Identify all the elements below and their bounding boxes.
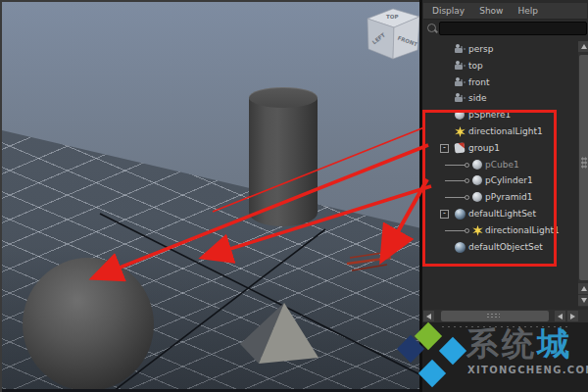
horizontal-scrollbar[interactable]: [423, 310, 588, 322]
watermark-name-gray: 系统: [466, 324, 537, 363]
scroll-left-button-2[interactable]: [555, 311, 565, 321]
camera-icon: [455, 44, 466, 55]
pyramid-layer: [2, 2, 421, 392]
vertical-scrollbar[interactable]: [578, 41, 588, 307]
left-arrow-icon: [558, 314, 563, 319]
up-arrow-icon: [581, 44, 587, 49]
scroll-up-button[interactable]: [578, 41, 588, 52]
scroll-left-button[interactable]: [423, 311, 434, 321]
right-arrow-icon: [570, 314, 575, 319]
menu-show[interactable]: Show: [479, 6, 503, 16]
tree-item[interactable]: side: [422, 90, 576, 107]
scroll-up-button-2[interactable]: [578, 283, 588, 294]
maya-window: TOP LEFT FRONT Display Show Help persp t…: [0, 0, 588, 392]
view-cube[interactable]: TOP LEFT FRONT: [363, 6, 425, 67]
tree-item[interactable]: top: [422, 58, 576, 74]
outliner-menubar: Display Show Help: [423, 3, 587, 20]
watermark-url: XITONGCHENG.COM: [467, 365, 588, 375]
viewport-3d[interactable]: TOP LEFT FRONT: [0, 0, 419, 392]
vertical-scroll-thumb[interactable]: [579, 55, 588, 280]
tree-item[interactable]: front: [422, 74, 576, 91]
search-icon: [427, 24, 436, 32]
watermark-name-blue: 城: [537, 324, 572, 363]
down-arrow-icon: [581, 298, 587, 303]
tree-item[interactable]: persp: [422, 41, 576, 58]
outliner-search-row: [422, 20, 588, 39]
camera-icon: [455, 93, 466, 104]
left-arrow-icon: [426, 314, 431, 319]
watermark-site-name: 系统城: [466, 322, 572, 367]
camera-icon: [455, 77, 466, 88]
scroll-right-button[interactable]: [567, 311, 578, 321]
scroll-down-button[interactable]: [578, 295, 588, 306]
annotation-highlight-box: [422, 110, 557, 267]
camera-icon: [455, 61, 466, 72]
menu-help[interactable]: Help: [517, 6, 538, 16]
view-cube-top-label: TOP: [386, 14, 398, 20]
up-arrow-icon: [581, 286, 587, 291]
search-input[interactable]: [439, 22, 587, 35]
horizontal-scroll-thumb[interactable]: [441, 311, 549, 321]
menu-display[interactable]: Display: [432, 6, 465, 16]
